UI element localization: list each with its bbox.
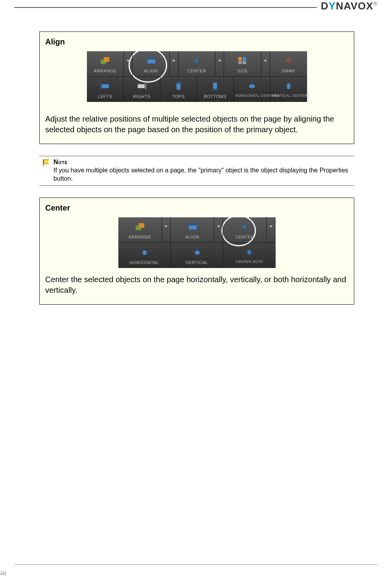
align-icon [188, 224, 197, 230]
center-section: Center ARRANGE ALIGN [39, 198, 354, 305]
chevron-down-icon [269, 226, 272, 227]
note-title: Note [53, 159, 354, 166]
center-vertical-icon [194, 248, 200, 257]
center-label-2: CENTER [225, 235, 265, 239]
size-button[interactable]: SIZE [224, 51, 261, 76]
center-dropdown[interactable] [215, 51, 224, 76]
align-left-icon [100, 83, 110, 89]
align-description: Adjust the relative positions of multipl… [45, 114, 348, 135]
horizontal-button[interactable]: HORIZONTAL [118, 243, 171, 268]
tops-button[interactable]: TOPS [160, 77, 197, 102]
note-block: Note If you have multiple objects select… [39, 156, 354, 186]
bottoms-label: BOTTOMS [199, 94, 232, 99]
align-section: Align ARRANGE ALIGN [39, 31, 354, 144]
align-dropdown-2[interactable] [214, 217, 223, 242]
horizontal-centers-button[interactable]: HORIZONTAL CENTERS [234, 77, 271, 102]
rights-button[interactable]: RIGHTS [123, 77, 160, 102]
arrange-dropdown-2[interactable] [162, 217, 171, 242]
center-title: Center [45, 203, 348, 213]
center-button-2[interactable]: CENTER [223, 217, 267, 242]
center-icon [193, 57, 201, 65]
lefts-button[interactable]: LEFTS [87, 77, 124, 102]
arrange-label-2: ARRANGE [120, 235, 160, 239]
chevron-down-icon [264, 60, 267, 62]
arrange-dropdown[interactable] [124, 51, 133, 76]
swap-label: SWAP [272, 68, 306, 73]
arrange-icon [136, 223, 144, 230]
chevron-down-icon [172, 60, 175, 62]
size-label: SIZE [226, 68, 259, 73]
brand-post: NAVOX [336, 0, 374, 12]
vertical-centers-icon [284, 83, 293, 90]
chevron-down-icon [218, 60, 221, 62]
arrange-button-2[interactable]: ARRANGE [118, 217, 162, 242]
align-button[interactable]: ALIGN [133, 51, 170, 76]
chevron-down-icon [217, 226, 220, 227]
align-button-2[interactable]: ALIGN [171, 217, 214, 242]
brand-pre: D [321, 0, 329, 12]
align-title: Align [45, 37, 348, 46]
center-icon [241, 223, 248, 231]
align-dropdown[interactable] [170, 51, 179, 76]
bottoms-button[interactable]: BOTTOMS [197, 77, 234, 102]
size-dropdown[interactable] [261, 51, 270, 76]
horizontal-label: HORIZONTAL [120, 260, 169, 265]
lefts-label: LEFTS [88, 94, 122, 99]
horizontal-centers-icon [248, 83, 256, 90]
vertical-button[interactable]: VERTICAL [171, 243, 223, 268]
vcent-label: VERTICAL CENTERS [272, 94, 306, 98]
hcent-label: HORIZONTAL CENTERS [236, 94, 269, 98]
align-bottom-icon [212, 82, 218, 91]
brand-accent: Y [329, 0, 336, 12]
align-top-icon [175, 82, 182, 91]
swap-button[interactable]: ⟲ SWAP [270, 51, 307, 76]
center-horizontal-icon [140, 249, 149, 255]
align-label: ALIGN [134, 68, 168, 73]
brand-dot: ® [374, 0, 378, 7]
note-flag-icon [42, 159, 49, 166]
vertical-centers-button[interactable]: VERTICAL CENTERS [271, 77, 307, 102]
center-both-button[interactable]: CENTER BOTH [223, 243, 276, 268]
page-number: 48 [0, 570, 6, 577]
swap-icon: ⟲ [285, 57, 293, 65]
rights-label: RIGHTS [125, 94, 158, 99]
chevron-down-icon [127, 60, 130, 62]
chevron-down-icon [164, 226, 167, 227]
arrange-label: ARRANGE [88, 68, 122, 73]
align-right-icon [137, 83, 146, 89]
center-both-label: CENTER BOTH [225, 260, 274, 264]
align-toolbar: ARRANGE ALIGN CENTER [87, 51, 307, 102]
center-dropdown-2[interactable] [267, 217, 275, 242]
align-label-2: ALIGN [172, 235, 212, 239]
center-both-icon [245, 248, 253, 256]
align-icon [146, 57, 156, 64]
center-label: CENTER [180, 68, 214, 73]
tops-label: TOPS [162, 94, 195, 99]
arrange-button[interactable]: ARRANGE [87, 51, 124, 76]
size-icon [238, 57, 247, 64]
center-button[interactable]: CENTER [179, 51, 216, 76]
center-toolbar: ARRANGE ALIGN CENTER [118, 217, 276, 268]
note-body: If you have multiple objects selected on… [53, 166, 354, 183]
brand-logo: DYNAVOX® [317, 0, 378, 12]
vertical-label: VERTICAL [172, 260, 221, 265]
arrange-icon [101, 57, 109, 64]
footer-rule [14, 564, 378, 565]
center-description: Center the selected objects on the page … [45, 274, 348, 296]
